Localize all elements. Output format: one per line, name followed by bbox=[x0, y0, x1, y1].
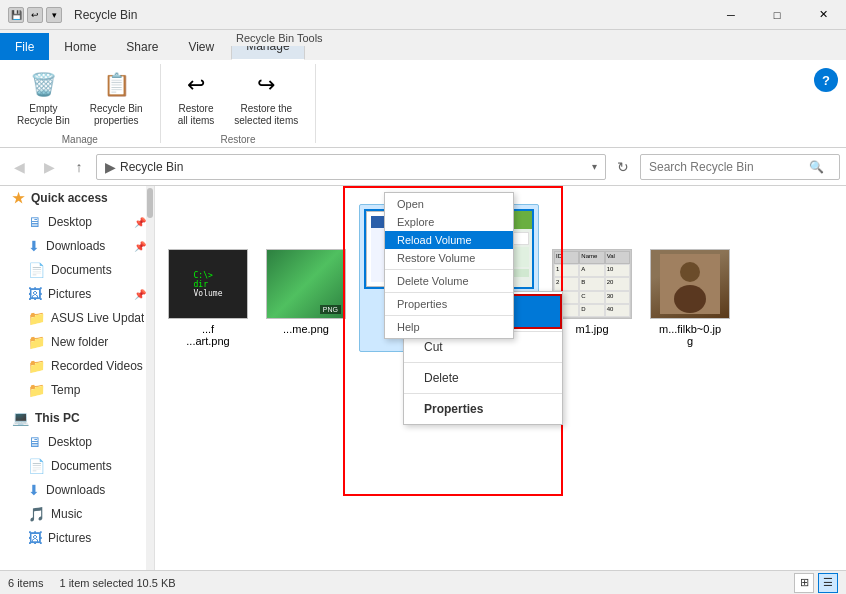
temp-icon: 📁 bbox=[28, 382, 45, 398]
file-item-5[interactable]: m...filkb~0.jpg bbox=[645, 244, 735, 352]
sidebar-item-documents2[interactable]: 📄 Documents bbox=[0, 454, 154, 478]
pin-icon2: 📌 bbox=[134, 241, 146, 252]
content-area[interactable]: C:\>dirVolume ...f...art.png PNG ...me.p… bbox=[155, 186, 846, 570]
properties-icon: 📋 bbox=[100, 69, 132, 101]
downloads-label: Downloads bbox=[46, 239, 105, 253]
titlebar-left: 💾 ↩ ▾ Recycle Bin bbox=[8, 7, 137, 23]
help-button[interactable]: ? bbox=[814, 68, 838, 92]
minimize-button[interactable]: ─ bbox=[708, 0, 754, 30]
context-menu: Open Open Explore Reload Volume Restore … bbox=[403, 291, 563, 425]
recorded-icon: 📁 bbox=[28, 358, 45, 374]
sidebar-item-music[interactable]: 🎵 Music bbox=[0, 502, 154, 526]
address-dropdown-icon[interactable]: ▾ bbox=[592, 161, 597, 172]
tab-home[interactable]: Home bbox=[49, 33, 111, 60]
titlebar: 💾 ↩ ▾ Recycle Bin ─ □ ✕ bbox=[0, 0, 846, 30]
file-label-5: m...filkb~0.jpg bbox=[659, 323, 721, 347]
main-area: ★ Quick access 🖥 Desktop 📌 ⬇ Downloads 📌… bbox=[0, 186, 846, 570]
empty-bin-icon: 🗑️ bbox=[27, 69, 59, 101]
pictures2-label: Pictures bbox=[48, 531, 91, 545]
file-item-1[interactable]: C:\>dirVolume ...f...art.png bbox=[163, 244, 253, 352]
address-box[interactable]: ▶ Recycle Bin ▾ bbox=[96, 154, 606, 180]
properties-label: Recycle Bin properties bbox=[90, 103, 143, 127]
quick-save-icon[interactable]: 💾 bbox=[8, 7, 24, 23]
downloads2-icon: ⬇ bbox=[28, 482, 40, 498]
downloads2-label: Downloads bbox=[46, 483, 105, 497]
file-item-2[interactable]: PNG ...me.png bbox=[261, 244, 351, 352]
address-text: Recycle Bin bbox=[120, 160, 183, 174]
this-pc-label: This PC bbox=[35, 411, 80, 425]
svg-point-5 bbox=[680, 262, 700, 282]
sidebar-item-new-folder[interactable]: 📁 New folder bbox=[0, 330, 154, 354]
sidebar-scrollbar[interactable] bbox=[146, 186, 154, 570]
file-thumb-4: ID Name Val 1A10 2B20 3C30 4D40 bbox=[552, 249, 632, 319]
empty-recycle-bin-button[interactable]: 🗑️ Empty Recycle Bin bbox=[8, 64, 79, 132]
context-menu-properties[interactable]: Properties bbox=[404, 396, 562, 422]
details-view-button[interactable]: ☰ bbox=[818, 573, 838, 593]
sidebar-scroll-thumb[interactable] bbox=[147, 188, 153, 218]
back-button[interactable]: ◀ bbox=[6, 154, 32, 180]
folder-icon: ▶ bbox=[105, 159, 116, 175]
sidebar-item-pictures2[interactable]: 🖼 Pictures bbox=[0, 526, 154, 550]
pictures-label: Pictures bbox=[48, 287, 91, 301]
this-pc-icon: 💻 bbox=[12, 410, 29, 426]
sidebar-item-documents[interactable]: 📄 Documents bbox=[0, 258, 154, 282]
downloads-icon: ⬇ bbox=[28, 238, 40, 254]
mini-restore-item[interactable]: Reload Volume bbox=[385, 231, 513, 249]
sidebar-item-desktop[interactable]: 🖥 Desktop 📌 bbox=[0, 210, 154, 234]
forward-button[interactable]: ▶ bbox=[36, 154, 62, 180]
ribbon-group-manage: 🗑️ Empty Recycle Bin 📋 Recycle Bin prope… bbox=[0, 64, 161, 143]
sidebar-item-asus[interactable]: 📁 ASUS Live Updat bbox=[0, 306, 154, 330]
pictures2-icon: 🖼 bbox=[28, 530, 42, 546]
sidebar-item-recorded[interactable]: 📁 Recorded Videos bbox=[0, 354, 154, 378]
restore-selected-button[interactable]: ↪ Restore the selected items bbox=[225, 64, 307, 132]
restore-all-label: Restore all items bbox=[178, 103, 215, 127]
context-menu-sep3 bbox=[404, 393, 562, 394]
restore-all-button[interactable]: ↩ Restore all items bbox=[169, 64, 224, 132]
ribbon-group-restore: ↩ Restore all items ↪ Restore the select… bbox=[161, 64, 317, 143]
file-label-4: m1.jpg bbox=[575, 323, 608, 335]
tools-label: Recycle Bin Tools bbox=[228, 30, 331, 46]
statusbar-view-controls: ⊞ ☰ bbox=[794, 573, 838, 593]
tab-view[interactable]: View bbox=[173, 33, 229, 60]
pictures-icon: 🖼 bbox=[28, 286, 42, 302]
sidebar-item-temp[interactable]: 📁 Temp bbox=[0, 378, 154, 402]
restore-selected-label: Restore the selected items bbox=[234, 103, 298, 127]
svg-point-6 bbox=[674, 285, 706, 313]
pin-icon3: 📌 bbox=[134, 289, 146, 300]
search-box[interactable]: 🔍 bbox=[640, 154, 840, 180]
statusbar: 6 items 1 item selected 10.5 KB ⊞ ☰ bbox=[0, 570, 846, 594]
search-input[interactable] bbox=[649, 160, 809, 174]
selected-info: 1 item selected 10.5 KB bbox=[59, 577, 175, 589]
temp-label: Temp bbox=[51, 383, 80, 397]
tab-file[interactable]: File bbox=[0, 33, 49, 60]
search-icon[interactable]: 🔍 bbox=[809, 160, 824, 174]
documents2-icon: 📄 bbox=[28, 458, 45, 474]
maximize-button[interactable]: □ bbox=[754, 0, 800, 30]
items-count: 6 items bbox=[8, 577, 43, 589]
sidebar-item-downloads2[interactable]: ⬇ Downloads bbox=[0, 478, 154, 502]
close-button[interactable]: ✕ bbox=[800, 0, 846, 30]
sidebar-item-this-pc[interactable]: 💻 This PC bbox=[0, 406, 154, 430]
ribbon-tabs-container: File Home Share View Manage Recycle Bin … bbox=[0, 30, 846, 60]
tab-share[interactable]: Share bbox=[111, 33, 173, 60]
ribbon-manage-items: 🗑️ Empty Recycle Bin 📋 Recycle Bin prope… bbox=[8, 64, 152, 132]
restore-group-label: Restore bbox=[220, 134, 255, 145]
sidebar-item-pictures[interactable]: 🖼 Pictures 📌 bbox=[0, 282, 154, 306]
context-menu-delete[interactable]: Delete bbox=[404, 365, 562, 391]
up-button[interactable]: ↑ bbox=[66, 154, 92, 180]
refresh-button[interactable]: ↻ bbox=[610, 154, 636, 180]
sidebar-item-desktop2[interactable]: 🖥 Desktop bbox=[0, 430, 154, 454]
undo-icon[interactable]: ↩ bbox=[27, 7, 43, 23]
asus-icon: 📁 bbox=[28, 310, 45, 326]
recycle-bin-properties-button[interactable]: 📋 Recycle Bin properties bbox=[81, 64, 152, 132]
manage-group-label: Manage bbox=[62, 134, 98, 145]
sidebar-item-quick-access[interactable]: ★ Quick access bbox=[0, 186, 154, 210]
context-menu-sep2 bbox=[404, 362, 562, 363]
quick-access-icon: ★ bbox=[12, 190, 25, 206]
dropdown-icon[interactable]: ▾ bbox=[46, 7, 62, 23]
file-thumb-2: PNG bbox=[266, 249, 346, 319]
sidebar-item-downloads[interactable]: ⬇ Downloads 📌 bbox=[0, 234, 154, 258]
file-thumb-5 bbox=[650, 249, 730, 319]
thumbnail-view-button[interactable]: ⊞ bbox=[794, 573, 814, 593]
quick-access-label: Quick access bbox=[31, 191, 108, 205]
